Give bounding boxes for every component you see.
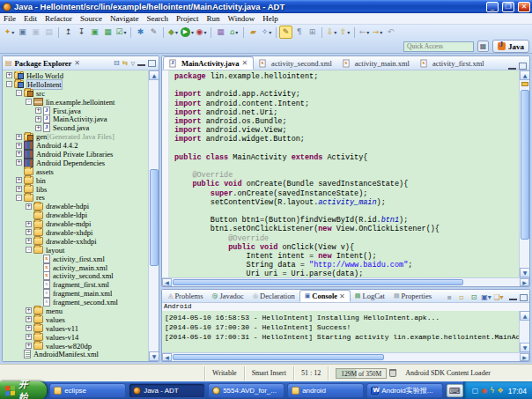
expand-icon[interactable]: + <box>16 143 22 149</box>
edit-tool-icon[interactable]: ✎ <box>147 26 160 39</box>
console-minimize-icon[interactable] <box>509 298 517 300</box>
display-console-icon[interactable]: ▣▾ <box>481 292 491 302</box>
console-tab-javadoc[interactable]: @Javadoc <box>208 290 248 302</box>
console-scroll-down-icon[interactable]: ▼ <box>520 343 530 352</box>
console-scroll-right-icon[interactable]: ▶ <box>520 353 529 361</box>
taskbar-button-eclipse[interactable]: eclipse <box>49 383 126 398</box>
expand-icon[interactable]: + <box>26 343 32 349</box>
console-output[interactable]: [2014-05-10 16:58:53 - HelloIntent] Inst… <box>162 311 519 352</box>
console-tab-declaration[interactable]: ◎Declaration <box>248 290 299 302</box>
new-wizard-icon[interactable]: ✦▾ <box>3 26 16 39</box>
terminate-icon[interactable]: ▪ <box>444 292 454 302</box>
console-horizontal-scrollbar[interactable]: ◀ ▶ <box>162 352 529 361</box>
minimize-window-button[interactable]: _ <box>486 2 499 12</box>
menu-refactor[interactable]: Refactor <box>45 14 72 23</box>
expand-icon[interactable]: + <box>26 203 32 210</box>
tree-item-android-4.4.2[interactable]: +Android 4.4.2 <box>3 141 148 150</box>
package-explorer-close-icon[interactable]: ✕ <box>74 59 80 67</box>
audio-tray-icon[interactable]: ❖ <box>498 388 504 395</box>
menu-navigate[interactable]: Navigate <box>110 14 138 23</box>
menu-file[interactable]: File <box>4 14 16 23</box>
collapse-icon[interactable]: - <box>26 99 32 105</box>
open-perspective-icon[interactable]: ▦ <box>477 41 489 52</box>
expand-icon[interactable]: + <box>35 116 41 122</box>
taskbar-button-5554-avd-for-[interactable]: 5554:AVD_for_... <box>208 383 284 398</box>
tab-close-icon[interactable]: ✕ <box>339 292 345 300</box>
editor-horizontal-scrollbar[interactable]: ◀ ▶ <box>162 277 529 286</box>
tree-item-mainactivity.java[interactable]: +MainActivity.java <box>3 115 148 123</box>
junit-icon[interactable]: ▦ <box>214 26 227 39</box>
tree-item-drawable-hdpi[interactable]: +drawable-hdpi <box>3 202 148 211</box>
console-scroll-up-icon[interactable]: ▲ <box>520 311 530 321</box>
tree-item-drawable-xhdpi[interactable]: +drawable-xhdpi <box>3 228 148 237</box>
power-tray-icon[interactable]: ϟ <box>490 388 494 395</box>
expand-icon[interactable]: + <box>26 229 32 235</box>
expand-icon[interactable]: + <box>16 177 22 183</box>
tree-item-values-w820dp[interactable]: +values-w820dp <box>3 342 148 351</box>
remove-launches-icon[interactable]: ▫ <box>456 292 467 302</box>
show-whitespace-icon[interactable]: ¶ <box>292 26 306 39</box>
android-sdk-manager-icon[interactable]: ▦ <box>101 26 115 39</box>
tree-item-first.java[interactable]: +First.java <box>3 107 148 115</box>
expand-icon[interactable]: + <box>26 325 32 331</box>
coverage-icon[interactable]: ◉▾ <box>195 26 208 39</box>
editor-tab-activity_main-xml[interactable]: activity_main.xml <box>337 56 415 70</box>
tree-item-res[interactable]: -res <box>3 193 148 202</box>
next-annotation-icon[interactable]: ⇩▾ <box>325 26 338 39</box>
expand-icon[interactable]: + <box>26 334 32 340</box>
editor-scroll-left-icon[interactable]: ◀ <box>162 278 172 286</box>
menu-project[interactable]: Project <box>176 14 199 23</box>
tree-item-fragment-main.xml[interactable]: fragment_main.xml <box>3 289 148 298</box>
console-tab-logcat[interactable]: ▤LogCat <box>351 290 389 302</box>
android-device-manager-icon[interactable]: ☑▾ <box>115 26 128 39</box>
block-selection-icon[interactable]: ⊞ <box>306 26 319 39</box>
debug-icon[interactable]: ◆▾ <box>166 26 180 39</box>
forward-history-icon[interactable]: →▾ <box>371 26 384 39</box>
refresh-icon[interactable]: ✱ <box>134 26 147 39</box>
menu-edit[interactable]: Edit <box>24 14 37 23</box>
tree-item-drawable-ldpi[interactable]: drawable-ldpi <box>3 211 148 219</box>
open-resource-icon[interactable]: ▰ <box>247 26 260 39</box>
console-vertical-scrollbar[interactable]: ▲ ▼ <box>519 311 529 352</box>
expand-icon[interactable]: + <box>6 72 12 78</box>
input-method-icon[interactable]: ⌨ <box>447 384 463 397</box>
editor-tab-MainActivity-java[interactable]: MainActivity.java✕ <box>163 56 254 70</box>
editor-scrollbar-thumb[interactable] <box>521 90 529 240</box>
tree-item-hello-world[interactable]: +Hello World <box>3 71 148 80</box>
editor-tab-activity_second-xml[interactable]: activity_second.xml <box>254 56 337 70</box>
editor-scroll-right-icon[interactable]: ▶ <box>520 278 529 286</box>
collapse-icon[interactable]: - <box>26 247 32 253</box>
scroll-down-icon[interactable]: ▼ <box>149 351 159 361</box>
expand-icon[interactable]: + <box>26 316 32 322</box>
previous-annotation-icon[interactable]: ⇧▾ <box>338 26 351 39</box>
collapse-icon[interactable]: - <box>16 195 22 201</box>
taskbar-button-android[interactable]: android <box>287 383 364 398</box>
tree-item-fragment-first.xml[interactable]: fragment_first.xml <box>3 280 148 289</box>
tree-item-activity-first.xml[interactable]: activity_first.xml <box>3 255 148 263</box>
editor-vertical-scrollbar[interactable]: ▲ ▼ <box>519 70 529 277</box>
menu-help[interactable]: Help <box>262 14 278 23</box>
tree-item-gen[interactable]: +gen [Generated Java Files] <box>3 132 148 141</box>
view-menu-icon[interactable]: ▽ <box>130 60 135 66</box>
close-window-button[interactable]: ✕ <box>518 2 530 12</box>
tree-item-fragment-second.xml[interactable]: fragment_second.xml <box>3 298 148 307</box>
expand-icon[interactable]: + <box>16 134 22 140</box>
editor-tab-activity_first-xml[interactable]: activity_first.xml <box>415 56 490 70</box>
code-editor[interactable]: package lin.example.hellointent; import … <box>169 70 519 277</box>
console-tab-properties[interactable]: ▤Properties <box>389 290 436 302</box>
menu-window[interactable]: Window <box>228 14 255 23</box>
save-all-icon[interactable]: ▣ <box>29 26 42 39</box>
minimize-view-icon[interactable] <box>137 63 145 66</box>
scroll-up-icon[interactable]: ▲ <box>149 70 159 80</box>
maximize-view-icon[interactable] <box>148 60 156 67</box>
new-java-class-icon[interactable]: ⌂▾ <box>227 26 240 39</box>
package-explorer-tree[interactable]: +Hello World-HelloIntent-src-lin.example… <box>3 71 148 361</box>
last-edit-location-icon[interactable]: ↶ <box>384 26 397 39</box>
collapse-all-icon[interactable]: ⊟ <box>114 59 120 67</box>
menu-run[interactable]: Run <box>206 14 219 23</box>
tree-vertical-scrollbar[interactable]: ▲ ▼ <box>148 70 159 361</box>
console-tab-problems[interactable]: ◬Problems <box>164 290 208 302</box>
clear-console-icon[interactable]: ⊡ <box>469 292 479 302</box>
tree-item-drawable-xxhdpi[interactable]: +drawable-xxhdpi <box>3 237 148 246</box>
tree-item-menu[interactable]: +menu <box>3 307 148 315</box>
